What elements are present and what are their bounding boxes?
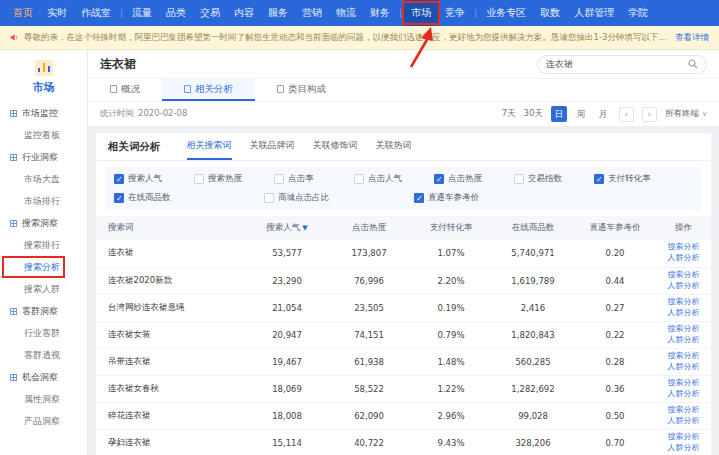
sidebar-item-行业客群[interactable]: 行业客群 xyxy=(0,322,87,344)
sidebar-item-属性洞察[interactable]: 属性洞察 xyxy=(0,388,87,410)
checkbox-box[interactable] xyxy=(114,174,124,184)
action-link-搜索分析[interactable]: 搜索分析 xyxy=(656,242,711,253)
action-link-人群分析[interactable]: 人群分析 xyxy=(656,362,711,373)
sidebar-item-市场大盘[interactable]: 市场大盘 xyxy=(0,168,87,190)
cell-pay_conversion: 1.48% xyxy=(410,348,492,375)
checkbox-点击人气[interactable]: 点击人气 xyxy=(354,173,434,185)
nav-item-市场[interactable]: 市场 xyxy=(404,0,438,26)
checkbox-点击率[interactable]: 点击率 xyxy=(274,173,354,185)
sidebar-group-行业洞察[interactable]: 行业洞察 xyxy=(0,146,87,168)
action-link-搜索分析[interactable]: 搜索分析 xyxy=(656,378,711,389)
action-link-人群分析[interactable]: 人群分析 xyxy=(656,308,711,319)
sidebar-group-机会洞察[interactable]: 机会洞察 xyxy=(0,366,87,388)
range-button-7天[interactable]: 7天 xyxy=(502,108,516,120)
nav-item-内容[interactable]: 内容 xyxy=(227,0,261,26)
checkbox-搜索热度[interactable]: 搜索热度 xyxy=(194,173,274,185)
panel-header: 相关词分析 相关搜索词关联品牌词关联修饰词关联热词 xyxy=(96,133,711,161)
sidebar-item-搜索排行[interactable]: 搜索排行 xyxy=(0,234,87,256)
checkbox-box[interactable] xyxy=(414,193,424,203)
checkbox-box[interactable] xyxy=(194,174,204,184)
checkbox-box[interactable] xyxy=(514,174,524,184)
sidebar-item-搜索人群[interactable]: 搜索人群 xyxy=(0,278,87,300)
next-date-button[interactable]: › xyxy=(642,107,657,122)
granularity-日[interactable]: 日 xyxy=(551,106,567,122)
checkbox-点击热度[interactable]: 点击热度 xyxy=(434,173,514,185)
sidebar-group-市场监控[interactable]: 市场监控 xyxy=(0,102,87,124)
sidebar-group-客群洞察[interactable]: 客群洞察 xyxy=(0,300,87,322)
sidebar-group-搜索洞察[interactable]: 搜索洞察 xyxy=(0,212,87,234)
sidebar-item-市场排行[interactable]: 市场排行 xyxy=(0,190,87,212)
granularity-周[interactable]: 周 xyxy=(573,106,589,122)
action-link-人群分析[interactable]: 人群分析 xyxy=(656,281,711,292)
checkbox-row-1: 搜索人气搜索热度点击率点击人气点击热度交易指数支付转化率 xyxy=(114,173,693,185)
action-link-搜索分析[interactable]: 搜索分析 xyxy=(656,351,711,362)
nav-item-流量[interactable]: 流量 xyxy=(125,0,159,26)
nav-item-品类[interactable]: 品类 xyxy=(159,0,193,26)
action-link-人群分析[interactable]: 人群分析 xyxy=(656,389,711,400)
checkbox-box[interactable] xyxy=(264,193,274,203)
nav-item-财务[interactable]: 财务 xyxy=(363,0,397,26)
column-header-直通车参考价[interactable]: 直通车参考价 xyxy=(574,216,656,240)
column-header-点击热度[interactable]: 点击热度 xyxy=(328,216,410,240)
checkbox-支付转化率[interactable]: 支付转化率 xyxy=(594,173,674,185)
action-link-人群分析[interactable]: 人群分析 xyxy=(656,335,711,346)
nav-item-交易[interactable]: 交易 xyxy=(193,0,227,26)
cell-pay_conversion: 1.07% xyxy=(410,240,492,267)
column-header-搜索人气[interactable]: 搜索人气▼ xyxy=(246,216,328,240)
checkbox-直通车参考价[interactable]: 直通车参考价 xyxy=(414,192,564,204)
keyword-search-box[interactable] xyxy=(537,55,707,74)
table-row: 孕妇连衣裙15,11440,7229.43%328,2060.70搜索分析人群分… xyxy=(96,429,711,455)
sidebar-item-监控看板[interactable]: 监控看板 xyxy=(0,124,87,146)
nav-item-物流[interactable]: 物流 xyxy=(329,0,363,26)
action-link-人群分析[interactable]: 人群分析 xyxy=(656,416,711,427)
action-link-搜索分析[interactable]: 搜索分析 xyxy=(656,405,711,416)
checkbox-box[interactable] xyxy=(354,174,364,184)
column-header-在线商品数[interactable]: 在线商品数 xyxy=(492,216,574,240)
action-link-搜索分析[interactable]: 搜索分析 xyxy=(656,270,711,281)
analysis-panel: 相关词分析 相关搜索词关联品牌词关联修饰词关联热词 搜索人气搜索热度点击率点击人… xyxy=(96,133,711,455)
checkbox-box[interactable] xyxy=(274,174,284,184)
terminal-select[interactable]: 所有终端∨ xyxy=(665,108,707,120)
checkbox-交易指数[interactable]: 交易指数 xyxy=(514,173,594,185)
subtab-关联品牌词[interactable]: 关联品牌词 xyxy=(250,133,295,160)
checkbox-在线商品数[interactable]: 在线商品数 xyxy=(114,192,264,204)
nav-item-实时[interactable]: 实时 xyxy=(40,0,74,26)
keyword-search-input[interactable] xyxy=(546,59,684,69)
action-link-人群分析[interactable]: 人群分析 xyxy=(656,253,711,264)
sidebar-item-产品洞察[interactable]: 产品洞察 xyxy=(0,410,87,432)
action-link-搜索分析[interactable]: 搜索分析 xyxy=(656,324,711,335)
tab-概况[interactable]: 概况 xyxy=(88,79,162,101)
action-link-搜索分析[interactable]: 搜索分析 xyxy=(656,297,711,308)
search-icon[interactable] xyxy=(688,59,698,69)
tab-类目构成[interactable]: 类目构成 xyxy=(255,79,348,101)
column-header-支付转化率[interactable]: 支付转化率 xyxy=(410,216,492,240)
subtab-相关搜索词[interactable]: 相关搜索词 xyxy=(187,133,232,160)
sidebar-item-客群透视[interactable]: 客群透视 xyxy=(0,344,87,366)
nav-item-业务专区[interactable]: 业务专区 xyxy=(479,0,533,26)
nav-item-首页[interactable]: 首页 xyxy=(6,0,40,26)
checkbox-box[interactable] xyxy=(114,193,124,203)
action-link-人群分析[interactable]: 人群分析 xyxy=(656,443,711,454)
column-header-操作[interactable]: 操作 xyxy=(656,216,711,240)
notice-detail-link[interactable]: 查看详情 xyxy=(675,32,709,44)
nav-item-学院[interactable]: 学院 xyxy=(621,0,655,26)
checkbox-商城点击占比[interactable]: 商城点击占比 xyxy=(264,192,414,204)
nav-item-竞争[interactable]: 竞争 xyxy=(438,0,472,26)
tab-相关分析[interactable]: 相关分析 xyxy=(162,79,255,101)
checkbox-box[interactable] xyxy=(434,174,444,184)
subtab-关联修饰词[interactable]: 关联修饰词 xyxy=(313,133,358,160)
nav-item-取数[interactable]: 取数 xyxy=(533,0,567,26)
action-link-搜索分析[interactable]: 搜索分析 xyxy=(656,432,711,443)
nav-item-服务[interactable]: 服务 xyxy=(261,0,295,26)
nav-item-人群管理[interactable]: 人群管理 xyxy=(567,0,621,26)
sidebar-item-搜索分析[interactable]: 搜索分析 xyxy=(0,256,87,278)
checkbox-box[interactable] xyxy=(594,174,604,184)
granularity-月[interactable]: 月 xyxy=(595,106,611,122)
range-button-30天[interactable]: 30天 xyxy=(524,108,543,120)
nav-item-营销[interactable]: 营销 xyxy=(295,0,329,26)
subtab-关联热词[interactable]: 关联热词 xyxy=(376,133,412,160)
column-header-搜索词[interactable]: 搜索词 xyxy=(96,216,246,240)
nav-item-作战室[interactable]: 作战室 xyxy=(74,0,118,26)
checkbox-搜索人气[interactable]: 搜索人气 xyxy=(114,173,194,185)
prev-date-button[interactable]: ‹ xyxy=(619,107,634,122)
